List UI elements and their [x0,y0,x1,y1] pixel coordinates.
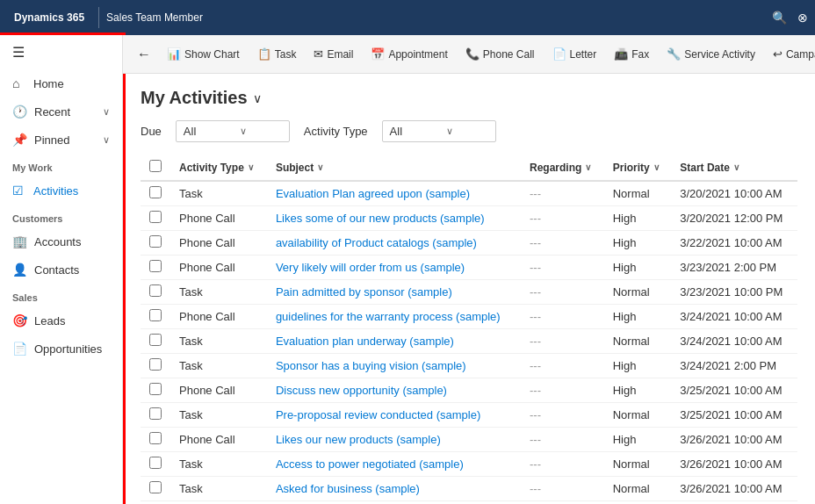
activities-table: Activity Type ∨ Subject ∨ [141,155,797,504]
row-checkbox[interactable] [149,309,162,321]
row-regarding: --- [521,305,604,329]
row-subject[interactable]: guidelines for the warranty process (sam… [267,305,521,329]
appointment-label: Appointment [388,48,447,61]
row-checkbox[interactable] [149,334,162,346]
row-priority: High [604,206,672,231]
appointment-button[interactable]: 📅 Appointment [362,35,456,74]
row-regarding: --- [521,501,604,505]
chevron-down-icon-2: ∨ [103,134,110,146]
title-chevron-icon[interactable]: ∨ [253,91,262,105]
sidebar-item-pinned[interactable]: 📌 Pinned ∨ [0,126,122,154]
row-subject[interactable]: Discuss new opportunity (sample) [267,378,521,403]
sidebar-item-activities[interactable]: ☑ Activities [0,176,122,205]
row-priority: Normal [604,280,672,305]
col-header-start-date: Start Date ∨ [671,155,797,181]
row-checkbox[interactable] [149,358,162,371]
row-start-date: 3/26/2021 10:00 AM [671,452,797,477]
row-regarding: --- [521,477,604,501]
letter-label: Letter [570,48,597,61]
row-subject[interactable]: Likes some of our new products (sample) [267,206,521,231]
row-checkbox[interactable] [149,186,162,198]
row-subject[interactable]: Sponsor has a buying vision (sample) [267,354,521,378]
sort-icon-priority[interactable]: ∨ [653,162,660,172]
fax-icon: 📠 [614,47,628,61]
sidebar-item-accounts[interactable]: 🏢 Accounts [0,227,122,256]
phone-call-button[interactable]: 📞 Phone Call [457,35,544,74]
sidebar-item-home[interactable]: ⌂ Home [0,69,122,97]
email-icon: ✉ [314,47,323,61]
row-subject[interactable]: Pain admitted by sponsor (sample) [267,280,521,305]
sort-icon-date[interactable]: ∨ [733,162,739,172]
row-subject[interactable]: Evaluation Plan agreed upon (sample) [267,181,521,206]
row-start-date: 3/24/2021 10:00 AM [671,305,797,329]
row-subject[interactable]: availability of Product catalogs (sample… [267,231,521,256]
row-activity-type: Task [170,403,267,428]
sidebar-item-opportunities[interactable]: 📄 Opportunities [0,335,122,363]
row-subject[interactable]: Access to power negotiated (sample) [267,452,521,477]
select-all-header [141,155,170,181]
row-regarding: --- [521,354,604,378]
row-start-date: 3/26/2021 10:00 AM [671,428,797,452]
hamburger-button[interactable]: ☰ [0,35,122,69]
row-checkbox[interactable] [149,383,162,395]
table-row: Task Pain admitted by sponsor (sample) -… [141,280,797,305]
col-header-regarding: Regarding ∨ [521,155,604,181]
due-chevron-icon: ∨ [240,126,247,137]
row-checkbox[interactable] [149,260,162,272]
pinned-icon: 📌 [12,133,27,147]
row-subject[interactable]: Pre-proposal review conducted (sample) [267,403,521,428]
sort-icon-type[interactable]: ∨ [248,162,254,172]
service-activity-button[interactable]: 🔧 Service Activity [658,35,764,74]
row-checkbox-cell [141,280,170,305]
row-activity-type: Phone Call [170,501,267,505]
show-chart-button[interactable]: 📊 Show Chart [158,35,249,74]
email-button[interactable]: ✉ Email [305,35,362,74]
table-header-row: Activity Type ∨ Subject ∨ [141,155,797,181]
row-checkbox[interactable] [149,211,162,223]
page-content: My Activities ∨ Due All ∨ Activity Type … [123,74,815,504]
campaign-response-button[interactable]: ↩ Campaign Response [764,35,815,74]
row-checkbox-cell [141,452,170,477]
row-activity-type: Task [170,354,267,378]
fax-button[interactable]: 📠 Fax [605,35,658,74]
row-start-date: 3/20/2021 10:00 AM [671,181,797,206]
top-bar-icons: 🔍 ⊗ [772,11,808,25]
row-subject[interactable]: Will be ordering soon (sample) [267,501,521,505]
sidebar-item-leads[interactable]: 🎯 Leads [0,306,122,335]
row-checkbox[interactable] [149,235,162,248]
row-activity-type: Task [170,477,267,501]
settings-icon[interactable]: ⊗ [797,11,808,25]
row-start-date: 3/25/2021 10:00 AM [671,378,797,403]
due-filter-select[interactable]: All ∨ [176,120,290,142]
table-row: Phone Call Very likely will order from u… [141,256,797,280]
sidebar-item-recent[interactable]: 🕐 Recent ∨ [0,97,122,126]
row-subject[interactable]: Likes our new products (sample) [267,428,521,452]
row-checkbox[interactable] [149,407,162,420]
row-checkbox[interactable] [149,481,162,493]
task-button[interactable]: 📋 Task [249,35,306,74]
row-regarding: --- [521,378,604,403]
table-row: Task Sponsor has a buying vision (sample… [141,354,797,378]
search-icon[interactable]: 🔍 [772,11,787,25]
sort-icon-regarding[interactable]: ∨ [585,162,591,172]
row-checkbox[interactable] [149,457,162,469]
row-start-date: 3/25/2021 10:00 AM [671,403,797,428]
row-subject[interactable]: Asked for business (sample) [267,477,521,501]
table-row: Phone Call availability of Product catal… [141,231,797,256]
row-checkbox-cell [141,206,170,231]
back-button[interactable]: ← [130,35,158,74]
main-layout: ☰ ⌂ Home 🕐 Recent ∨ 📌 Pinned ∨ My Work ☑… [0,35,815,504]
row-checkbox[interactable] [149,284,162,297]
sidebar-label-pinned: Pinned [34,133,96,147]
row-checkbox[interactable] [149,432,162,444]
activity-type-select[interactable]: All ∨ [382,120,496,142]
row-subject[interactable]: Evaluation plan underway (sample) [267,329,521,354]
letter-button[interactable]: 📄 Letter [544,35,606,74]
task-label: Task [275,48,297,61]
row-priority: Normal [604,452,672,477]
sort-icon-subject[interactable]: ∨ [317,162,323,172]
table-row: Phone Call Will be ordering soon (sample… [141,501,797,505]
select-all-checkbox[interactable] [149,160,162,172]
sidebar-item-contacts[interactable]: 👤 Contacts [0,256,122,284]
row-subject[interactable]: Very likely will order from us (sample) [267,256,521,280]
